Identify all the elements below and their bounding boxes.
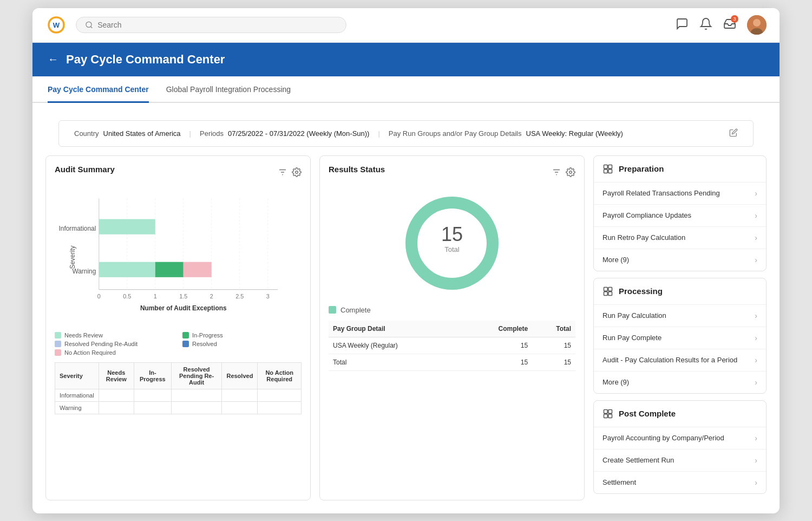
chevron-icon: › — [755, 211, 757, 220]
chevron-icon: › — [755, 189, 757, 198]
back-button[interactable]: ← — [48, 53, 58, 66]
chevron-icon: › — [755, 478, 757, 487]
svg-text:0: 0 — [97, 292, 101, 299]
svg-rect-44 — [604, 169, 608, 173]
search-input[interactable] — [97, 21, 337, 29]
audit-gear-icon[interactable] — [292, 167, 302, 177]
svg-text:Number of Audit Exceptions: Number of Audit Exceptions — [140, 304, 227, 311]
page-title: Pay Cycle Command Center — [66, 53, 225, 67]
svg-text:2: 2 — [210, 292, 213, 299]
svg-rect-42 — [604, 165, 608, 168]
svg-text:Warning: Warning — [72, 268, 96, 275]
right-panel: Preparation Payroll Related Transactions… — [593, 155, 767, 500]
svg-rect-31 — [99, 262, 155, 277]
results-filter-icon[interactable] — [552, 167, 561, 177]
post-label-0: Payroll Accounting by Company/Period — [603, 434, 724, 442]
proc-item-3[interactable]: More (9) › — [594, 372, 766, 393]
proc-label-0: Run Pay Calculation — [603, 311, 666, 320]
filter-edit-icon[interactable] — [729, 128, 738, 139]
proc-item-2[interactable]: Audit - Pay Calculation Results for a Pe… — [594, 349, 766, 372]
audit-filter-icon[interactable] — [278, 167, 287, 177]
post-item-2[interactable]: Settlement › — [594, 472, 766, 493]
results-card-header: Results Status — [329, 165, 575, 180]
main-content: Audit Summary Severity — [32, 155, 780, 513]
topbar: W — [32, 8, 780, 43]
proc-item-1[interactable]: Run Pay Complete › — [594, 327, 766, 349]
svg-rect-49 — [608, 291, 612, 295]
proc-label-2: Audit - Pay Calculation Results for a Pe… — [603, 356, 737, 364]
results-col-complete: Complete — [462, 321, 532, 337]
table-row: USA Weekly (Regular) 15 15 — [329, 337, 575, 354]
sev-col-no-action: No Action Required — [258, 362, 302, 389]
complete-legend: Complete — [329, 306, 575, 314]
svg-text:1.5: 1.5 — [179, 292, 187, 299]
svg-point-9 — [296, 171, 298, 174]
chevron-icon: › — [755, 334, 757, 342]
post-complete-header: Post Complete — [594, 401, 766, 427]
svg-rect-48 — [604, 291, 608, 295]
tab-global-payroll[interactable]: Global Payroll Integration Processing — [166, 77, 291, 103]
svg-point-37 — [569, 171, 572, 174]
svg-rect-33 — [184, 262, 212, 277]
chart-legend: Needs Review In-Progress Resolved Pendin… — [55, 332, 302, 356]
resolved-color — [182, 341, 189, 347]
table-row: Total 15 15 — [329, 354, 575, 370]
periods-label: Periods — [200, 129, 224, 138]
legend-resolved: Resolved — [182, 341, 302, 347]
prep-item-0[interactable]: Payroll Related Transactions Pending › — [594, 183, 766, 205]
svg-rect-47 — [608, 287, 612, 291]
prep-item-1[interactable]: Payroll Compliance Updates › — [594, 205, 766, 227]
search-bar[interactable] — [76, 17, 346, 33]
prep-item-2[interactable]: Run Retro Pay Calculation › — [594, 227, 766, 249]
results-gear-icon[interactable] — [566, 167, 575, 177]
bar-chart-svg: Severity 0 0.5 1 1.5 — [55, 187, 302, 328]
tab-pay-cycle[interactable]: Pay Cycle Command Center — [48, 77, 149, 103]
in-progress-label: In-Progress — [192, 332, 223, 338]
svg-rect-52 — [604, 414, 608, 418]
post-item-1[interactable]: Create Settlement Run › — [594, 450, 766, 472]
post-item-0[interactable]: Payroll Accounting by Company/Period › — [594, 427, 766, 450]
svg-text:Severity: Severity — [69, 245, 76, 269]
pay-group-link[interactable]: USA Weekly (Regular) — [329, 337, 462, 354]
severity-table: Severity Needs Review In-Progress Resolv… — [55, 362, 302, 414]
svg-rect-51 — [608, 409, 612, 413]
proc-item-0[interactable]: Run Pay Calculation › — [594, 305, 766, 327]
workday-logo: W — [45, 14, 67, 36]
app-window: W — [32, 8, 780, 513]
post-label-2: Settlement — [603, 478, 636, 486]
totals-complete: 15 — [462, 354, 532, 370]
processing-title: Processing — [619, 286, 663, 296]
inbox-icon-wrap[interactable]: 3 — [723, 17, 736, 32]
chat-icon — [676, 17, 689, 30]
payrun-label: Pay Run Groups and/or Pay Group Details — [389, 129, 522, 138]
svg-point-2 — [86, 22, 91, 27]
results-header-icons[interactable] — [552, 167, 575, 177]
donut-chart: 15 Total — [398, 189, 506, 297]
svg-point-4 — [753, 19, 761, 27]
user-avatar[interactable] — [747, 15, 767, 35]
svg-text:0.5: 0.5 — [123, 292, 131, 299]
bell-icon-wrap[interactable] — [699, 17, 712, 32]
prep-item-3[interactable]: More (9) › — [594, 249, 766, 271]
complete-label: Complete — [340, 306, 371, 314]
sev-col-resolved: Resolved — [222, 362, 258, 389]
table-row: Informational — [55, 389, 302, 401]
svg-text:2.5: 2.5 — [235, 292, 244, 299]
chevron-icon: › — [755, 378, 757, 387]
needs-review-label: Needs Review — [64, 332, 103, 338]
payrun-value: USA Weekly: Regular (Weekly) — [526, 129, 623, 138]
preparation-title: Preparation — [619, 164, 664, 173]
chat-icon-wrap[interactable] — [676, 17, 689, 32]
tabs-bar: Pay Cycle Command Center Global Payroll … — [32, 76, 780, 103]
svg-text:Total: Total — [444, 245, 460, 253]
proc-label-3: More (9) — [603, 378, 629, 386]
audit-title: Audit Summary — [55, 165, 115, 174]
svg-text:3: 3 — [266, 292, 270, 299]
legend-in-progress: In-Progress — [182, 332, 302, 338]
audit-card-header: Audit Summary — [55, 165, 302, 180]
audit-header-icons[interactable] — [278, 167, 302, 177]
legend-needs-review: Needs Review — [55, 332, 174, 338]
results-title: Results Status — [329, 165, 385, 174]
svg-rect-50 — [604, 409, 608, 413]
totals-total: 15 — [532, 354, 575, 370]
